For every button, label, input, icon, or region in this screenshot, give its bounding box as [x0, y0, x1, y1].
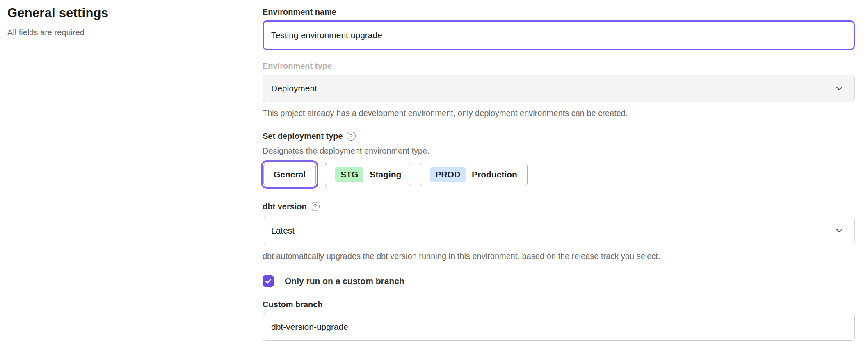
environment-type-value: Deployment [271, 84, 317, 93]
deployment-type-production-label: Production [472, 170, 517, 179]
deployment-type-general-label: General [274, 170, 306, 179]
environment-type-label: Environment type [263, 61, 855, 71]
page-intro: General settings All fields are required [7, 5, 237, 38]
settings-form: Environment name Environment type Deploy… [263, 7, 855, 341]
dbt-version-helper: dbt automatically upgrades the dbt versi… [263, 251, 855, 261]
dbt-version-label: dbt version [263, 201, 307, 212]
deployment-type-general-button[interactable]: General [263, 163, 316, 186]
deployment-type-staging-button[interactable]: STG Staging [325, 163, 411, 186]
general-settings-page: General settings All fields are required… [0, 0, 868, 354]
dbt-version-select[interactable]: Latest [263, 217, 855, 244]
deployment-type-production-button[interactable]: PROD Production [420, 163, 528, 186]
environment-type-select[interactable]: Deployment [263, 75, 855, 102]
deployment-type-helper: Designates the deployment environment ty… [263, 145, 855, 156]
deployment-type-label: Set deployment type [263, 131, 343, 141]
custom-branch-toggle-row: Only run on a custom branch [263, 275, 855, 287]
custom-branch-checkbox[interactable] [263, 275, 274, 287]
stg-badge: STG [335, 167, 363, 182]
page-subtitle: All fields are required [7, 27, 237, 38]
custom-branch-toggle-label[interactable]: Only run on a custom branch [285, 276, 404, 286]
environment-name-input[interactable] [263, 20, 855, 50]
help-icon[interactable]: ? [311, 202, 320, 211]
deployment-type-staging-label: Staging [370, 170, 401, 179]
environment-name-label: Environment name [263, 7, 855, 17]
chevron-down-icon [835, 226, 844, 235]
custom-branch-input[interactable] [263, 313, 855, 341]
chevron-down-icon [835, 84, 844, 93]
checkmark-icon [265, 277, 272, 285]
page-title: General settings [7, 5, 237, 21]
dbt-version-value: Latest [271, 226, 295, 236]
deployment-type-options: General STG Staging PROD Production [263, 163, 855, 186]
prod-badge: PROD [430, 167, 466, 182]
environment-type-helper: This project already has a development e… [263, 108, 855, 118]
custom-branch-label: Custom branch [263, 299, 855, 310]
help-icon[interactable]: ? [347, 132, 356, 141]
